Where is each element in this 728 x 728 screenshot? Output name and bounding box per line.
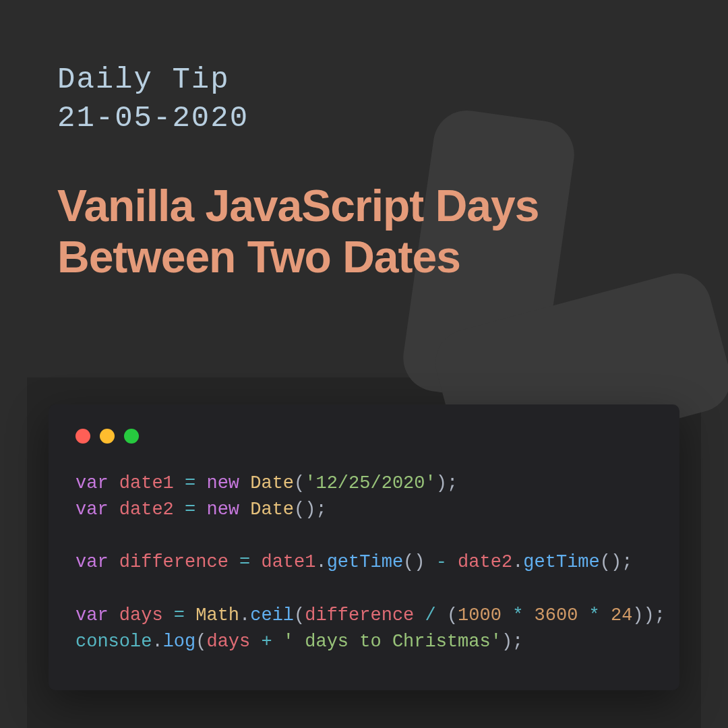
code-token: 24 bbox=[611, 605, 632, 626]
code-block: var date1 = new Date('12/25/2020'); var … bbox=[75, 471, 653, 655]
code-token: / bbox=[425, 605, 436, 626]
code-token bbox=[502, 605, 512, 626]
code-token: Date bbox=[250, 499, 294, 520]
code-token bbox=[195, 499, 206, 520]
code-token: )); bbox=[632, 605, 665, 626]
code-token: days bbox=[119, 605, 163, 626]
close-icon bbox=[75, 429, 90, 444]
code-token bbox=[109, 605, 119, 626]
code-token: * bbox=[512, 605, 523, 626]
code-token bbox=[425, 552, 436, 572]
code-token: 3600 bbox=[535, 605, 578, 626]
code-token bbox=[436, 605, 447, 626]
code-token: ' days to Christmas' bbox=[283, 632, 502, 652]
code-token: getTime bbox=[523, 552, 599, 572]
code-token: date1 bbox=[261, 552, 315, 572]
code-token: log bbox=[163, 632, 196, 652]
subtitle-line-1: Daily Tip bbox=[57, 63, 230, 96]
code-token bbox=[578, 605, 588, 626]
code-token bbox=[250, 632, 261, 652]
code-token bbox=[523, 605, 534, 626]
code-token: ( bbox=[294, 605, 305, 626]
code-token: ); bbox=[436, 473, 458, 493]
code-token: + bbox=[261, 632, 272, 652]
code-token bbox=[109, 552, 119, 572]
code-token: new bbox=[206, 499, 239, 520]
content-area: Daily Tip 21-05-2020 Vanilla JavaScript … bbox=[0, 0, 728, 283]
code-token bbox=[174, 499, 185, 520]
code-token bbox=[229, 552, 239, 572]
code-token bbox=[239, 473, 250, 493]
code-token: = bbox=[185, 473, 195, 493]
code-token: ); bbox=[305, 499, 326, 520]
code-token: console bbox=[75, 632, 152, 652]
code-token: var bbox=[75, 605, 109, 626]
code-token: . bbox=[152, 632, 162, 652]
code-window: var date1 = new Date('12/25/2020'); var … bbox=[49, 404, 679, 690]
subtitle: Daily Tip 21-05-2020 bbox=[57, 61, 671, 138]
code-token: var bbox=[75, 473, 109, 493]
code-token: date2 bbox=[119, 499, 174, 520]
minimize-icon bbox=[100, 429, 115, 444]
code-token bbox=[239, 499, 250, 520]
code-token: ( bbox=[294, 499, 305, 520]
code-token bbox=[109, 473, 119, 493]
subtitle-line-2: 21-05-2020 bbox=[57, 101, 249, 135]
code-token bbox=[250, 552, 261, 572]
code-token: var bbox=[75, 552, 109, 572]
code-token: days bbox=[206, 632, 250, 652]
code-token bbox=[185, 605, 195, 626]
code-token: . bbox=[315, 552, 326, 572]
code-token: difference bbox=[305, 605, 414, 626]
code-token: getTime bbox=[327, 552, 403, 572]
code-token: . bbox=[512, 552, 523, 572]
code-token: ); bbox=[502, 632, 523, 652]
code-token: ( bbox=[447, 605, 458, 626]
code-token: 1000 bbox=[458, 605, 502, 626]
code-token bbox=[414, 605, 425, 626]
code-token: difference bbox=[119, 552, 229, 572]
code-token: = bbox=[174, 605, 185, 626]
window-traffic-lights bbox=[75, 429, 653, 444]
code-token: Math bbox=[195, 605, 239, 626]
code-token: = bbox=[239, 552, 250, 572]
maximize-icon bbox=[124, 429, 139, 444]
code-token: var bbox=[75, 499, 109, 520]
code-token: = bbox=[185, 499, 195, 520]
code-token bbox=[163, 605, 174, 626]
code-token bbox=[195, 473, 206, 493]
code-token: '12/25/2020' bbox=[305, 473, 435, 493]
code-token: . bbox=[239, 605, 250, 626]
code-token bbox=[109, 499, 119, 520]
code-token: date1 bbox=[119, 473, 174, 493]
code-token bbox=[174, 473, 185, 493]
code-token bbox=[600, 605, 611, 626]
code-token: date2 bbox=[458, 552, 512, 572]
code-token: Date bbox=[250, 473, 294, 493]
code-token: ( bbox=[195, 632, 206, 652]
code-token: (); bbox=[600, 552, 633, 572]
code-token: new bbox=[206, 473, 239, 493]
code-token: () bbox=[403, 552, 425, 572]
code-token bbox=[272, 632, 283, 652]
code-token bbox=[447, 552, 458, 572]
code-token: - bbox=[436, 552, 447, 572]
page-title: Vanilla JavaScript Days Between Two Date… bbox=[57, 181, 671, 283]
code-token: * bbox=[589, 605, 600, 626]
code-token: ( bbox=[294, 473, 305, 493]
code-token: ceil bbox=[250, 605, 294, 626]
